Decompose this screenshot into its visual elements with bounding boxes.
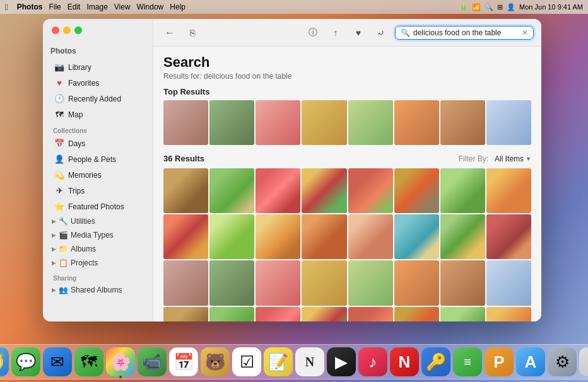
result-photo-27[interactable] (256, 307, 300, 322)
sidebar-item-shared-albums[interactable]: ▶ 👥 Shared Albums (47, 284, 149, 296)
result-photo-5[interactable] (348, 168, 393, 213)
search-input[interactable]: delicious food on the table (413, 28, 519, 37)
dock-reminders[interactable]: ☑ (232, 347, 261, 376)
menu-photos[interactable]: Photos (17, 3, 43, 11)
favorite-button[interactable]: ♥ (350, 24, 367, 42)
search-clear-button[interactable]: ✕ (522, 28, 528, 37)
apple-menu[interactable]:  (5, 3, 8, 12)
dock-facetime[interactable]: 📹 (138, 347, 167, 376)
result-photo-31[interactable] (440, 307, 485, 322)
result-photo-1[interactable] (163, 168, 208, 213)
back-button[interactable]: ← (161, 24, 179, 42)
dock-notes[interactable]: 📝 (264, 347, 293, 376)
top-photo-8[interactable] (486, 100, 531, 145)
result-photo-18[interactable] (209, 260, 254, 305)
sidebar-item-recently-added[interactable]: 🕐 Recently Added (47, 91, 149, 106)
scroll-area[interactable]: Search Results for: delicious food on th… (153, 47, 541, 321)
result-photo-16[interactable] (486, 214, 531, 259)
dock-bear[interactable]: 🐻 (201, 347, 230, 376)
dock-notion[interactable]: N (295, 347, 324, 376)
dock-1password[interactable]: 🔑 (421, 347, 450, 376)
sidebar-item-featured[interactable]: ⭐ Featured Photos (47, 199, 149, 214)
dock-appletv[interactable]: ▶ (327, 347, 356, 376)
info-button[interactable]: ⓘ (304, 24, 322, 42)
dock-numbers[interactable]: ≡ (453, 347, 482, 376)
top-photo-6[interactable] (394, 100, 439, 145)
sidebar-item-library[interactable]: 📷 Library (47, 60, 149, 74)
result-photo-22[interactable] (394, 260, 439, 305)
dock-settings[interactable]: ⚙ (548, 347, 577, 376)
result-photo-14[interactable] (394, 214, 439, 259)
result-photo-21[interactable] (348, 260, 393, 305)
dock-maps[interactable]: 🗺 (74, 347, 103, 376)
dock-pages[interactable]: P (485, 347, 514, 376)
top-photo-5[interactable] (348, 100, 393, 145)
sidebar-item-people-pets[interactable]: 👤 People & Pets (47, 152, 149, 166)
filter-button[interactable]: Filter By: All Items ▼ (459, 154, 531, 163)
result-photo-3[interactable] (256, 168, 300, 213)
sidebar-group-projects[interactable]: ▶ 📋 Projects (47, 257, 149, 269)
sidebar-item-days[interactable]: 📅 Days (47, 136, 149, 151)
dock-messages[interactable]: 💬 (11, 347, 40, 376)
result-photo-15[interactable] (440, 214, 485, 259)
dock-calendar[interactable]: 📅 (169, 347, 198, 376)
copy-button[interactable]: ⎘ (184, 24, 201, 42)
result-photo-11[interactable] (256, 214, 300, 259)
dock-news[interactable]: N (390, 347, 419, 376)
dock-iphone[interactable]: 📱 (579, 347, 588, 376)
share-button[interactable]: ↑ (327, 24, 344, 42)
search-bar[interactable]: 🔍 delicious food on the table ✕ (395, 26, 534, 40)
menu-window[interactable]: Window (137, 3, 164, 11)
menu-edit[interactable]: Edit (68, 3, 81, 11)
result-photo-7[interactable] (440, 168, 485, 213)
dock-mail[interactable]: ✉ (43, 347, 72, 376)
top-photo-3[interactable] (256, 100, 300, 145)
result-photo-26[interactable] (209, 307, 254, 322)
menu-file[interactable]: File (49, 3, 61, 11)
result-photo-17[interactable] (163, 260, 208, 305)
menu-view[interactable]: View (114, 3, 131, 11)
maximize-button[interactable] (74, 26, 82, 34)
sidebar-item-memories[interactable]: 💫 Memories (47, 168, 149, 182)
top-photo-2[interactable] (209, 100, 254, 145)
result-photo-24[interactable] (486, 260, 531, 305)
result-photo-9[interactable] (163, 214, 208, 259)
result-photo-2[interactable] (209, 168, 254, 213)
result-photo-6[interactable] (394, 168, 439, 213)
result-photo-23[interactable] (440, 260, 485, 305)
sidebar-group-albums[interactable]: ▶ 📁 Albums (47, 243, 149, 255)
minimize-button[interactable] (63, 26, 71, 34)
result-photo-19[interactable] (256, 260, 300, 305)
menu-image[interactable]: Image (86, 3, 107, 11)
sidebar-item-map[interactable]: 🗺 Map (47, 107, 149, 122)
result-photo-32[interactable] (486, 307, 531, 322)
menu-help[interactable]: Help (170, 3, 185, 11)
result-photo-4[interactable] (302, 168, 346, 213)
result-photo-10[interactable] (209, 214, 254, 259)
rotate-button[interactable]: ⤾ (372, 24, 390, 42)
result-photo-8[interactable] (486, 168, 531, 213)
sidebar-group-utilities[interactable]: ▶ 🔧 Utilities (47, 215, 149, 228)
close-button[interactable] (52, 26, 59, 34)
dock-photos[interactable]: 🌸 (106, 347, 135, 376)
result-photo-30[interactable] (394, 307, 439, 322)
result-photo-25[interactable] (163, 307, 208, 322)
sidebar-group-mediatypes[interactable]: ▶ 🎬 Media Types (47, 229, 149, 241)
result-photo-29[interactable] (348, 307, 393, 322)
controlcenter-icon[interactable]: ⊞ (497, 3, 503, 11)
top-photo-7[interactable] (440, 100, 485, 145)
result-photo-12[interactable] (302, 214, 346, 259)
filter-value: All Items (495, 154, 524, 163)
results-count-label: 36 Results (163, 154, 204, 163)
dock-safari[interactable]: 🧭 (0, 347, 9, 376)
top-photo-1[interactable] (163, 100, 208, 145)
sidebar-item-trips[interactable]: ✈ Trips (47, 183, 149, 198)
sidebar-item-favorites[interactable]: ♥ Favorites (47, 76, 149, 90)
dock-music[interactable]: ♪ (358, 347, 387, 376)
result-photo-13[interactable] (348, 214, 393, 259)
top-photo-4[interactable] (302, 100, 346, 145)
dock-appstore[interactable]: A (516, 347, 545, 376)
search-menubar-icon[interactable]: 🔍 (485, 3, 493, 11)
result-photo-20[interactable] (302, 260, 346, 305)
result-photo-28[interactable] (302, 307, 346, 322)
